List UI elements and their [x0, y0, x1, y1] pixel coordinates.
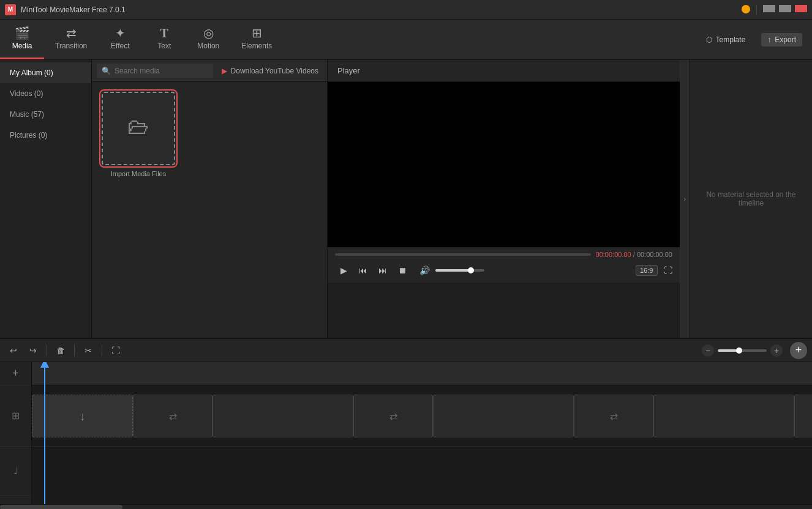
- toolbar-effect[interactable]: ✦ Effect: [98, 20, 142, 59]
- export-icon: ↑: [767, 35, 771, 44]
- timeline-area: ↩ ↪ 🗑 ✂ ⛶ − + + + ⊞ ♩: [0, 338, 812, 509]
- audio-track: [32, 447, 812, 496]
- player-title: Player: [337, 66, 670, 75]
- search-icon: 🔍: [102, 67, 111, 75]
- folder-icon: 🗁: [127, 114, 149, 139]
- import-media-box[interactable]: 🗁: [102, 92, 175, 165]
- timeline-toolbar: ↩ ↪ 🗑 ✂ ⛶ − + +: [0, 339, 812, 362]
- zoom-out-button[interactable]: −: [702, 344, 714, 357]
- video-track-label: ⊞: [0, 385, 31, 447]
- pin-button[interactable]: [742, 5, 750, 13]
- main-toolbar: 🎬 Media ⇄ Transition ✦ Effect T Text ◎ M…: [0, 20, 812, 60]
- sidebar-videos-label: Videos (0): [10, 89, 43, 98]
- player-controls-area: 00:00:00.00 / 00:00:00.00 ▶ ⏮ ⏭ ⏹ 🔊: [328, 247, 680, 283]
- zoom-slider[interactable]: [718, 349, 767, 352]
- track-labels: + ⊞ ♩: [0, 362, 32, 504]
- media-toolbar: 🔍 ▶ Download YouTube Videos: [92, 60, 327, 82]
- time-display: 00:00:00.00 / 00:00:00.00: [596, 251, 672, 258]
- video-canvas: [328, 82, 680, 247]
- timeline-transition-2[interactable]: ⇄: [353, 395, 433, 437]
- properties-panel: No material selected on the timeline: [690, 60, 812, 338]
- timeline-clip-3[interactable]: [433, 395, 574, 437]
- sidebar-item-pictures[interactable]: Pictures (0): [0, 125, 91, 146]
- timeline-scrollbar[interactable]: [0, 504, 812, 509]
- maximize-button[interactable]: [779, 5, 791, 12]
- app-icon: M: [5, 4, 16, 15]
- progress-bar[interactable]: [335, 253, 591, 256]
- toolbar-text[interactable]: T Text: [142, 20, 186, 59]
- elements-icon: ⊞: [252, 27, 262, 39]
- export-label: Export: [775, 35, 796, 44]
- toolbar-motion[interactable]: ◎ Motion: [186, 20, 230, 59]
- control-buttons: ▶ ⏮ ⏭ ⏹ 🔊 16:9 9:16: [335, 262, 672, 279]
- app-content: My Album (0) Videos (0) Music (57) Pictu…: [0, 60, 812, 338]
- time-total: 00:00:00.00: [637, 251, 672, 258]
- sidebar-item-my-album[interactable]: My Album (0): [0, 62, 91, 83]
- cut-button[interactable]: ✂: [80, 342, 97, 359]
- add-track-button[interactable]: +: [0, 362, 31, 385]
- sidebar-my-album-label: My Album (0): [10, 69, 53, 77]
- minimize-button[interactable]: [763, 5, 775, 12]
- sidebar: My Album (0) Videos (0) Music (57) Pictu…: [0, 60, 92, 338]
- motion-icon: ◎: [203, 27, 214, 39]
- no-material-text: No material selected on the timeline: [690, 60, 812, 338]
- fullscreen-button[interactable]: ⛶: [664, 266, 672, 275]
- search-media-container[interactable]: 🔍: [97, 64, 213, 78]
- sidebar-music-label: Music (57): [10, 110, 44, 119]
- redo-button[interactable]: ↪: [24, 342, 42, 359]
- volume-slider[interactable]: [435, 269, 484, 272]
- skip-back-button[interactable]: ⏮: [355, 262, 372, 279]
- app-title: MiniTool MovieMaker Free 7.0.1: [21, 6, 742, 14]
- timeline-clip-2[interactable]: [212, 395, 353, 437]
- export-button[interactable]: ↑ Export: [761, 33, 802, 46]
- time-current: 00:00:00.00: [596, 251, 631, 258]
- playhead[interactable]: [44, 362, 45, 504]
- video-track-icon: ⊞: [12, 410, 20, 422]
- timeline-clip-4[interactable]: [653, 395, 794, 437]
- titlebar: M MiniTool MovieMaker Free 7.0.1: [0, 0, 812, 20]
- toolbar-media[interactable]: 🎬 Media: [0, 20, 44, 59]
- toolbar-elements[interactable]: ⊞ Elements: [230, 20, 283, 59]
- text-icon: T: [160, 27, 168, 39]
- transition-1-icon: ⇄: [169, 411, 177, 422]
- aspect-ratio: 16:9 9:16 4:3 1:1 ⛶: [636, 265, 672, 276]
- sidebar-item-videos[interactable]: Videos (0): [0, 83, 91, 104]
- zoom-thumb: [736, 347, 742, 354]
- volume-icon[interactable]: 🔊: [416, 262, 433, 279]
- timeline-import-clip[interactable]: ↓: [32, 395, 133, 437]
- timeline-transition-3[interactable]: ⇄: [574, 395, 653, 437]
- audio-track-label: ♩: [0, 447, 31, 496]
- panel-toggle[interactable]: ›: [680, 60, 690, 338]
- panel-toggle-icon: ›: [684, 196, 686, 202]
- audio-track-icon: ♩: [13, 465, 18, 477]
- volume-container: 🔊: [416, 262, 484, 279]
- undo-button[interactable]: ↩: [5, 342, 22, 359]
- volume-thumb: [468, 267, 474, 273]
- stop-button[interactable]: ⏹: [394, 262, 411, 279]
- player-wrapper: Player 00:00:00.00 / 00:00:00.00: [328, 60, 680, 338]
- aspect-ratio-select[interactable]: 16:9 9:16 4:3 1:1: [636, 265, 658, 276]
- play-button[interactable]: ▶: [335, 262, 352, 279]
- timeline-transition-1[interactable]: ⇄: [133, 395, 212, 437]
- timeline-scrollbar-thumb[interactable]: [0, 505, 122, 509]
- volume-fill: [435, 269, 470, 272]
- text-label: Text: [157, 42, 171, 50]
- add-to-timeline-button[interactable]: +: [790, 342, 807, 359]
- timeline-tracks: + ⊞ ♩ ↓ ⇄: [0, 362, 812, 504]
- sidebar-item-music[interactable]: Music (57): [0, 104, 91, 125]
- skip-forward-button[interactable]: ⏭: [374, 262, 391, 279]
- toolbar-transition[interactable]: ⇄ Transition: [44, 20, 98, 59]
- download-yt-label: Download YouTube Videos: [231, 67, 318, 75]
- crop-button[interactable]: ⛶: [107, 342, 124, 359]
- zoom-in-button[interactable]: +: [770, 344, 783, 357]
- youtube-icon: ▶: [222, 67, 227, 75]
- template-label: Template: [716, 35, 746, 44]
- download-youtube-button[interactable]: ▶ Download YouTube Videos: [218, 67, 322, 75]
- media-content: 🗁 Import Media Files: [92, 82, 327, 338]
- delete-button[interactable]: 🗑: [52, 342, 69, 359]
- template-button[interactable]: ⬡ Template: [700, 33, 752, 46]
- search-input[interactable]: [115, 67, 208, 75]
- player-header: Player: [328, 60, 680, 82]
- close-button[interactable]: [795, 5, 807, 12]
- timeline-transition-4[interactable]: ⇄: [794, 395, 812, 437]
